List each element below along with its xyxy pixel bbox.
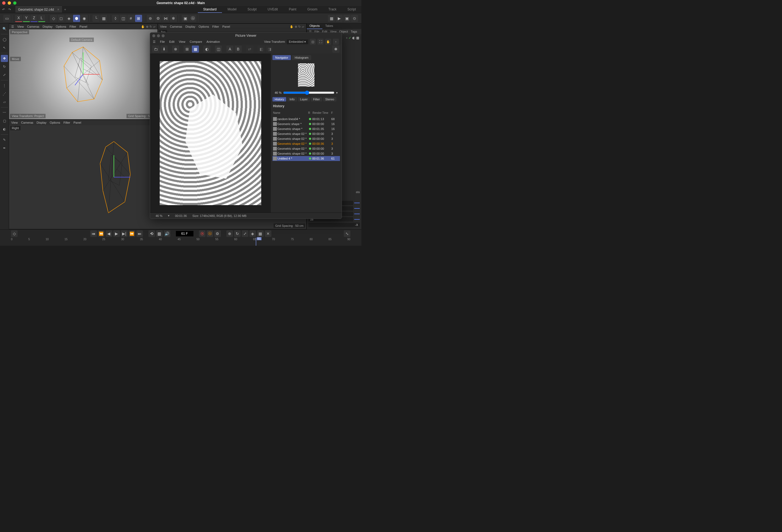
- zoom-dropdown-icon[interactable]: ▾: [168, 214, 170, 218]
- pen-tool[interactable]: ✒: [1, 145, 8, 152]
- pv-menu-edit[interactable]: Edit: [169, 40, 175, 43]
- pla-key-icon[interactable]: ▦: [257, 230, 264, 237]
- vp-menu-cameras[interactable]: Cameras: [21, 121, 33, 124]
- filter-tab-stereo[interactable]: Stereo: [323, 97, 336, 102]
- prev-key-icon[interactable]: ⏪: [98, 230, 105, 237]
- param-key-icon[interactable]: ◈: [249, 230, 256, 237]
- vp-menu-cameras[interactable]: Cameras: [170, 25, 182, 28]
- primitive-spline-icon[interactable]: ◈: [65, 15, 72, 22]
- vp-menu-options[interactable]: Options: [50, 121, 60, 124]
- vp-menu-panel[interactable]: Panel: [79, 25, 87, 28]
- rotate-tool[interactable]: ↻: [1, 63, 8, 70]
- set-b-button[interactable]: B: [235, 45, 242, 53]
- set-a-button[interactable]: A: [226, 45, 234, 53]
- current-frame-field[interactable]: 61 F: [176, 231, 193, 236]
- render-settings-cog-icon[interactable]: ⊚: [147, 15, 154, 22]
- new-tab-button[interactable]: +: [62, 7, 68, 13]
- vp-menu-filter[interactable]: Filter: [69, 25, 76, 28]
- vp-menu-panel[interactable]: Panel: [222, 25, 230, 28]
- tag-material-icon[interactable]: ▦: [356, 36, 359, 40]
- picture-viewer-window[interactable]: Picture Viewer ☰ File Edit View Compare …: [150, 32, 342, 219]
- close-tab-button[interactable]: ×: [57, 8, 59, 11]
- record-icon[interactable]: ⦿: [199, 230, 206, 237]
- zoom-icon[interactable]: ⊕: [295, 25, 297, 29]
- layout-tab-uvedit[interactable]: UVEdit: [262, 6, 283, 13]
- render-view-icon[interactable]: ▦: [328, 15, 335, 22]
- slider-handle[interactable]: [354, 214, 360, 214]
- pv-panel-icon[interactable]: ◫: [310, 39, 316, 45]
- axis-z-toggle[interactable]: Z: [31, 15, 38, 22]
- history-row[interactable]: Geometric shape *00:01:3516: [273, 126, 340, 131]
- move-tool[interactable]: ✥: [1, 55, 8, 62]
- minimize-window-button[interactable]: [8, 1, 11, 5]
- channels-icon[interactable]: ⊞: [184, 45, 191, 53]
- layout-tab-script[interactable]: Script: [342, 6, 361, 13]
- pv-fullscreen-icon[interactable]: ⛶: [317, 39, 323, 45]
- symmetry-icon[interactable]: ⋈: [162, 15, 169, 22]
- zoom-dropdown-icon[interactable]: ▾: [336, 91, 338, 94]
- timeline-ruler[interactable]: 0 5 10 15 20 25 30 35 40 45 50 55 60 65 …: [0, 238, 361, 246]
- undo-button[interactable]: ↶: [1, 7, 6, 12]
- layout-tab-track[interactable]: Track: [323, 6, 342, 13]
- grid-icon[interactable]: ▦: [100, 15, 107, 22]
- axis-y-toggle[interactable]: Y: [23, 15, 30, 22]
- axis-x-toggle[interactable]: X: [15, 15, 22, 22]
- keyframe-icon[interactable]: ◇: [11, 230, 17, 237]
- render-picture-viewer-icon[interactable]: ▶: [335, 15, 343, 22]
- pv-minimize-button[interactable]: [157, 34, 160, 37]
- playhead[interactable]: 61: [256, 238, 256, 246]
- object-mode[interactable]: ▢: [1, 117, 8, 124]
- model-mode[interactable]: ◐: [1, 125, 8, 133]
- maximize-icon[interactable]: ▱: [153, 25, 155, 29]
- go-start-icon[interactable]: ⏮: [90, 230, 97, 237]
- expand-timeline-icon[interactable]: ⤡: [344, 230, 350, 237]
- zoom-value[interactable]: 46 %: [275, 91, 282, 94]
- vp-menu-view[interactable]: View: [160, 25, 167, 28]
- nav-tab-navigator[interactable]: Navigator: [273, 55, 291, 60]
- pv-pin-icon[interactable]: ↑: [333, 39, 339, 45]
- history-row[interactable]: Geometric shape 02 *00:00:003: [273, 146, 340, 151]
- hamburger-icon[interactable]: ☰: [11, 25, 14, 29]
- loop-icon[interactable]: ⟲: [148, 230, 155, 237]
- compare-icon[interactable]: ◫: [215, 45, 222, 53]
- spline-tool[interactable]: 〰: [1, 109, 8, 116]
- nav-tab-histogram[interactable]: Histogram: [292, 55, 311, 60]
- prev-frame-icon[interactable]: ◀: [106, 230, 112, 237]
- maximize-icon[interactable]: ▱: [302, 25, 304, 29]
- prev-layout-icon[interactable]: ◧: [258, 45, 265, 53]
- close-window-button[interactable]: [2, 1, 5, 5]
- primitive-null-icon[interactable]: ◇: [50, 15, 57, 22]
- gear-icon[interactable]: ⚙: [154, 15, 162, 22]
- pv-menu-file[interactable]: File: [160, 40, 165, 43]
- vp-menu-panel[interactable]: Panel: [74, 121, 81, 124]
- zoom-icon[interactable]: ⊕: [146, 25, 148, 29]
- primitive-deformer-icon[interactable]: ◉: [81, 15, 88, 22]
- next-layout-icon[interactable]: ◨: [266, 45, 273, 53]
- filter-tab-history[interactable]: History: [273, 97, 286, 102]
- rotation-key-icon[interactable]: ↻: [234, 230, 241, 237]
- next-frame-icon[interactable]: ▶|: [121, 230, 128, 237]
- motion-key-icon[interactable]: ✕: [265, 230, 271, 237]
- filter-tab-layer[interactable]: Layer: [298, 97, 310, 102]
- key-settings-icon[interactable]: ⚙: [214, 230, 221, 237]
- render-region-icon[interactable]: ▣: [343, 15, 350, 22]
- viewport-perspective[interactable]: ☰ View Cameras Display Options Filter Pa…: [9, 24, 158, 120]
- search-icon[interactable]: 🔍: [1, 25, 8, 32]
- scale-tool[interactable]: ⤢: [1, 71, 8, 78]
- layout-tab-paint[interactable]: Paint: [283, 6, 302, 13]
- history-row[interactable]: random lines04 *00:01:1368: [273, 117, 340, 121]
- filter-tab-filter[interactable]: Filter: [311, 97, 322, 102]
- panel-tab-objects[interactable]: Objects: [307, 24, 322, 29]
- layers-icon[interactable]: ▦: [192, 45, 199, 53]
- file-tab[interactable]: Geometric shape 02.c4d ×: [15, 6, 62, 13]
- primitive-generator-icon[interactable]: ⬢: [73, 15, 80, 22]
- pan-icon[interactable]: ✋: [141, 25, 145, 29]
- go-end-icon[interactable]: ⏭: [136, 230, 143, 237]
- polygons-mode[interactable]: ▱: [1, 99, 8, 106]
- slider-handle[interactable]: [354, 219, 360, 220]
- primitive-cube-icon[interactable]: ◻: [58, 15, 65, 22]
- pv-menu-animation[interactable]: Animation: [207, 40, 220, 43]
- pv-status-zoom[interactable]: 46 %: [155, 214, 163, 218]
- pv-close-button[interactable]: [152, 34, 155, 37]
- next-key-icon[interactable]: ⏩: [129, 230, 135, 237]
